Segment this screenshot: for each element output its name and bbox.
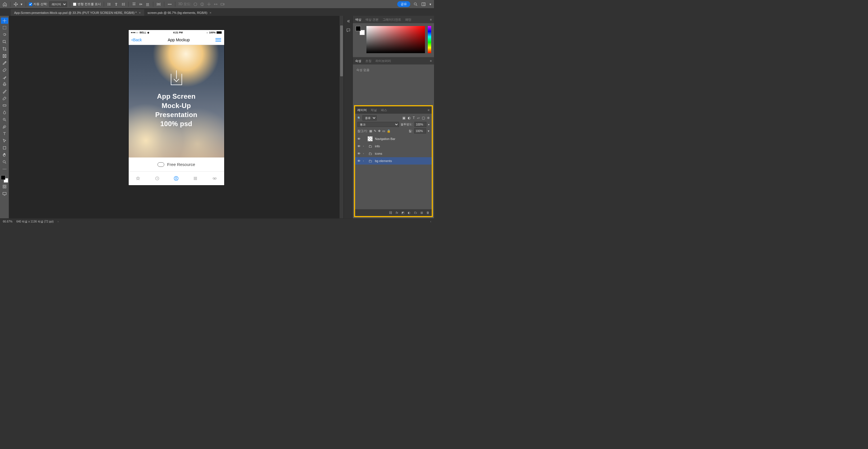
expand-icon[interactable]: › (363, 159, 365, 162)
blur-tool[interactable] (1, 110, 8, 116)
quickmask-icon[interactable] (1, 183, 8, 190)
object-select-tool[interactable] (1, 39, 8, 45)
group-icon[interactable]: 🗀 (414, 211, 417, 214)
layer-name[interactable]: info (375, 145, 380, 148)
layer-thumbnail[interactable] (368, 136, 373, 141)
align-left-icon[interactable] (107, 2, 112, 7)
filter-shape-icon[interactable]: ▱ (417, 116, 420, 120)
align-hcenter-icon[interactable] (114, 2, 119, 7)
screenmode-icon[interactable] (1, 190, 8, 197)
tab-gradients[interactable]: 그레이디언트 (382, 18, 401, 22)
path-select-tool[interactable] (1, 138, 8, 144)
link-icon[interactable]: ⛓ (389, 211, 392, 214)
tab-patterns[interactable]: 패턴 (405, 18, 411, 22)
move-tool[interactable] (1, 18, 8, 24)
visibility-icon[interactable]: 👁 (357, 137, 361, 141)
zoom-value[interactable]: 66.67% (3, 220, 12, 223)
align-top-icon[interactable] (131, 2, 136, 7)
stamp-tool[interactable] (1, 81, 8, 87)
healing-tool[interactable] (1, 67, 8, 73)
align-vcenter-icon[interactable] (138, 2, 143, 7)
filter-smart-icon[interactable]: ▢ (422, 116, 425, 120)
lasso-tool[interactable] (1, 32, 8, 38)
chevron-right-icon[interactable]: › (58, 220, 59, 223)
layer-name[interactable]: icons (375, 152, 382, 155)
vertical-scrollbar[interactable] (340, 16, 343, 218)
share-button[interactable]: 공유 (397, 1, 410, 7)
close-icon[interactable]: × (210, 11, 211, 14)
gradient-tool[interactable] (1, 102, 8, 109)
mask-icon[interactable]: ◩ (402, 211, 404, 215)
shape-tool[interactable] (1, 145, 8, 151)
dropdown-icon[interactable]: ▾ (20, 2, 23, 7)
panel-menu-icon[interactable]: ≡ (428, 108, 430, 112)
tab-paths[interactable]: 패스 (381, 108, 387, 112)
tab-color[interactable]: 색상 (355, 18, 361, 22)
color-swatches[interactable] (356, 26, 364, 34)
fill-input[interactable] (414, 128, 426, 133)
hue-slider[interactable] (428, 26, 431, 53)
transform-controls-checkbox[interactable]: 변형 컨트롤 표시 (73, 2, 101, 6)
tab-adjustments[interactable]: 조정 (365, 59, 372, 63)
layer-row[interactable]: 👁 › 🗀 info (355, 143, 432, 150)
document-tab[interactable]: screen.psb @ 66.7% (bg elements, RGB/8) … (144, 9, 215, 16)
opacity-input[interactable] (414, 122, 426, 127)
dodge-tool[interactable] (1, 117, 8, 123)
tab-libraries[interactable]: 라이브러리 (375, 59, 391, 63)
adjustment-icon[interactable]: ◐ (408, 211, 410, 215)
distribute-icon[interactable] (156, 2, 161, 7)
layer-name[interactable]: Navigation Bar (375, 137, 395, 141)
eyedropper-tool[interactable] (1, 60, 8, 66)
close-icon[interactable]: × (139, 11, 141, 14)
visibility-icon[interactable]: 👁 (357, 152, 361, 155)
layer-row[interactable]: 👁 › 🗀 icons (355, 150, 432, 157)
document-dims[interactable]: 640 픽셀 x 1136 픽셀 (72 ppi) (17, 220, 54, 223)
chevron-left-icon[interactable]: ‹ (430, 220, 431, 223)
hand-tool[interactable] (1, 152, 8, 158)
layer-filter-type[interactable]: 종류 (363, 115, 377, 120)
layer-row[interactable]: 👁 › 🗀 bg elements (355, 157, 432, 164)
comment-icon[interactable] (346, 28, 351, 33)
layer-row[interactable]: 👁 Navigation Bar (355, 135, 432, 143)
marquee-tool[interactable] (1, 25, 8, 31)
pen-tool[interactable] (1, 124, 8, 130)
search-icon[interactable]: 🔍 (358, 117, 361, 120)
expand-dock-icon[interactable] (346, 19, 351, 24)
type-tool[interactable] (1, 131, 8, 137)
color-swatches[interactable] (1, 175, 8, 183)
layer-name[interactable]: bg elements (375, 159, 392, 162)
auto-select-checkbox[interactable]: 자동 선택: (29, 2, 48, 6)
foreground-swatch[interactable] (1, 175, 5, 180)
zoom-tool[interactable] (1, 159, 8, 165)
blend-mode-select[interactable]: 통과 (358, 122, 399, 127)
filter-adjust-icon[interactable]: ◐ (408, 116, 410, 120)
crop-tool[interactable] (1, 46, 8, 52)
fx-icon[interactable]: fx (396, 211, 398, 214)
color-field[interactable] (366, 26, 425, 53)
history-brush-tool[interactable] (1, 88, 8, 94)
dropdown-icon[interactable]: ▾ (428, 123, 430, 126)
lock-trans-icon[interactable]: ▦ (369, 129, 372, 133)
canvas[interactable]: ●●●○○BELL◈ 4:21 PM ⬥100% ‹Back App Mocku… (9, 16, 343, 218)
search-icon[interactable] (413, 2, 418, 7)
align-right-icon[interactable] (120, 2, 126, 7)
delete-icon[interactable]: 🗑 (426, 211, 430, 214)
eraser-tool[interactable] (1, 95, 8, 101)
filter-toggle-icon[interactable] (427, 117, 430, 119)
edit-toolbar-icon[interactable]: ⋯ (1, 166, 8, 172)
tab-channels[interactable]: 채널 (371, 108, 377, 112)
move-tool-icon[interactable] (13, 2, 19, 7)
filter-type-icon[interactable]: T (413, 116, 415, 120)
panel-menu-icon[interactable]: ≡ (430, 18, 432, 21)
expand-icon[interactable]: › (363, 152, 365, 155)
new-layer-icon[interactable]: ⊞ (421, 211, 423, 215)
scrollbar-thumb[interactable] (340, 25, 343, 76)
brush-tool[interactable] (1, 74, 8, 80)
lock-position-icon[interactable]: ✥ (378, 129, 380, 133)
lock-all-icon[interactable]: 🔒 (387, 129, 391, 133)
tab-layers[interactable]: 레이어 (358, 108, 367, 112)
filter-pixel-icon[interactable]: ▣ (402, 116, 405, 120)
tab-properties[interactable]: 속성 (355, 59, 361, 63)
auto-select-target[interactable]: 레이어 (49, 1, 67, 7)
workspace-dropdown-icon[interactable]: ▾ (429, 2, 432, 7)
